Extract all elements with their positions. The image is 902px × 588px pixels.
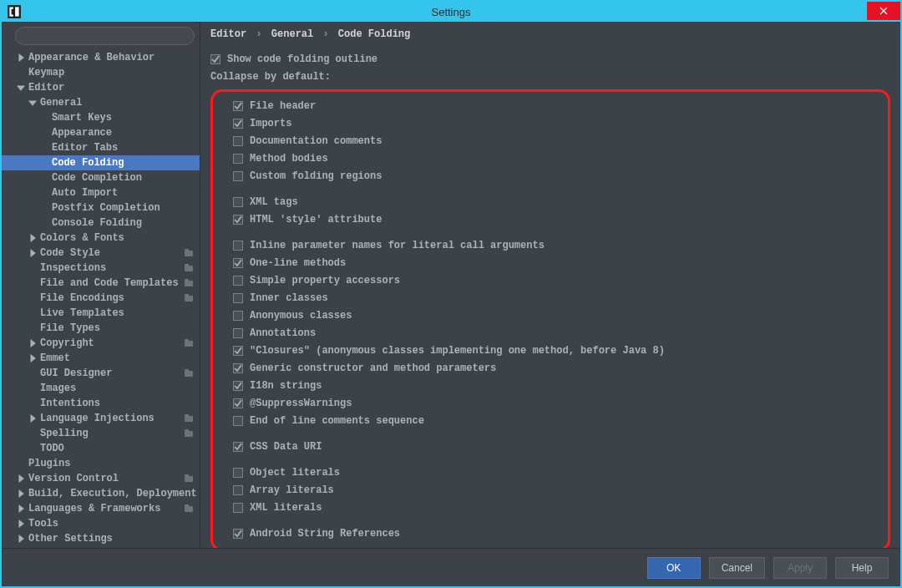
folding-option-row[interactable]: Android String References xyxy=(218,525,879,542)
tree-item[interactable]: Inspections xyxy=(2,261,200,276)
tree-item[interactable]: Plugins xyxy=(2,456,200,471)
tree-item[interactable]: Editor Tabs xyxy=(2,140,200,155)
tree-item[interactable]: Code Completion xyxy=(2,170,200,185)
folding-option-checkbox[interactable] xyxy=(233,154,243,164)
folding-option-row[interactable]: "Closures" (anonymous classes implementi… xyxy=(218,342,879,359)
folding-option-row[interactable]: I18n strings xyxy=(218,377,879,394)
folding-option-checkbox[interactable] xyxy=(233,398,243,408)
folding-option-checkbox[interactable] xyxy=(233,381,243,391)
cancel-button[interactable]: Cancel xyxy=(709,557,765,579)
chevron-right-icon[interactable] xyxy=(28,234,37,242)
tree-item[interactable]: Other Settings xyxy=(2,531,200,546)
tree-item[interactable]: Images xyxy=(2,381,200,396)
folding-option-checkbox[interactable] xyxy=(233,503,243,513)
tree-item[interactable]: Tools xyxy=(2,516,200,531)
folding-option-checkbox[interactable] xyxy=(233,276,243,286)
help-button[interactable]: Help xyxy=(835,557,889,579)
folding-option-checkbox[interactable] xyxy=(233,442,243,452)
tree-item[interactable]: Code Folding xyxy=(2,155,200,170)
chevron-right-icon[interactable] xyxy=(17,535,25,543)
tree-item[interactable]: File and Code Templates xyxy=(2,276,200,291)
folding-option-row[interactable]: Custom folding regions xyxy=(218,167,879,185)
folding-option-checkbox[interactable] xyxy=(233,293,243,303)
folding-option-row[interactable]: Generic constructor and method parameter… xyxy=(218,359,879,377)
chevron-down-icon[interactable] xyxy=(17,84,25,92)
folding-option-row[interactable]: Imports xyxy=(218,114,879,132)
close-button[interactable] xyxy=(867,2,900,20)
folding-option-row[interactable]: XML literals xyxy=(218,499,879,516)
folding-option-checkbox[interactable] xyxy=(233,101,243,111)
chevron-right-icon[interactable] xyxy=(28,249,37,257)
folding-option-checkbox[interactable] xyxy=(233,363,243,373)
tree-item[interactable]: Language Injections xyxy=(2,411,200,426)
folding-option-checkbox[interactable] xyxy=(233,171,243,181)
tree-item[interactable]: Code Style xyxy=(2,246,200,261)
tree-item[interactable]: File Encodings xyxy=(2,291,200,306)
folding-option-row[interactable]: HTML 'style' attribute xyxy=(218,210,879,228)
folding-option-checkbox[interactable] xyxy=(233,119,243,129)
chevron-down-icon[interactable] xyxy=(28,99,37,107)
chevron-right-icon[interactable] xyxy=(17,474,25,483)
chevron-right-icon[interactable] xyxy=(17,489,25,498)
tree-item[interactable]: Languages & Frameworks xyxy=(2,501,200,516)
folding-option-checkbox[interactable] xyxy=(233,258,243,268)
folding-option-checkbox[interactable] xyxy=(233,529,243,539)
folding-option-checkbox[interactable] xyxy=(233,468,243,478)
search-input[interactable] xyxy=(15,27,195,45)
folding-option-checkbox[interactable] xyxy=(233,136,243,146)
ok-button[interactable]: OK xyxy=(647,557,701,579)
tree-item[interactable]: Copyright xyxy=(2,336,200,351)
chevron-right-icon[interactable] xyxy=(17,53,25,62)
folding-option-row[interactable]: Anonymous classes xyxy=(218,307,879,324)
folding-option-row[interactable]: Array literals xyxy=(218,481,879,499)
tree-item[interactable]: Spelling xyxy=(2,426,200,441)
chevron-right-icon[interactable] xyxy=(17,520,25,528)
tree-item[interactable]: Console Folding xyxy=(2,215,200,231)
folding-option-checkbox[interactable] xyxy=(233,311,243,321)
tree-item[interactable]: Keymap xyxy=(2,65,200,80)
tree-item[interactable]: General xyxy=(2,95,200,110)
chevron-right-icon[interactable] xyxy=(28,354,37,362)
tree-item[interactable]: Intentions xyxy=(2,396,200,411)
show-outline-checkbox[interactable] xyxy=(210,54,220,64)
folding-option-checkbox[interactable] xyxy=(233,346,243,356)
folding-option-row[interactable]: Simple property accessors xyxy=(218,271,879,289)
chevron-right-icon[interactable] xyxy=(17,504,25,513)
tree-item[interactable]: TODO xyxy=(2,441,200,456)
folding-option-checkbox[interactable] xyxy=(233,197,243,207)
tree-item[interactable]: Version Control xyxy=(2,471,200,486)
folding-option-row[interactable]: Annotations xyxy=(218,324,879,342)
folding-option-row[interactable]: Inline parameter names for literal call … xyxy=(218,236,879,254)
tree-item[interactable]: Emmet xyxy=(2,351,200,366)
chevron-right-icon[interactable] xyxy=(28,414,37,423)
tree-item[interactable]: Appearance xyxy=(2,125,200,140)
tree-item[interactable]: Editor xyxy=(2,80,200,95)
tree-item[interactable]: Postfix Completion xyxy=(2,200,200,215)
chevron-right-icon[interactable] xyxy=(28,339,37,347)
folding-option-checkbox[interactable] xyxy=(233,416,243,426)
tree-item[interactable]: Live Templates xyxy=(2,306,200,321)
folding-option-checkbox[interactable] xyxy=(233,328,243,338)
folding-option-row[interactable]: File header xyxy=(218,97,879,114)
tree-item[interactable]: Smart Keys xyxy=(2,110,200,125)
folding-option-checkbox[interactable] xyxy=(233,215,243,225)
tree-item[interactable]: Auto Import xyxy=(2,185,200,200)
folding-option-row[interactable]: @SuppressWarnings xyxy=(218,394,879,412)
apply-button[interactable]: Apply xyxy=(773,557,827,579)
folding-option-checkbox[interactable] xyxy=(233,241,243,251)
folding-option-row[interactable]: Documentation comments xyxy=(218,132,879,150)
folding-option-row[interactable]: Object literals xyxy=(218,464,879,481)
show-outline-row[interactable]: Show code folding outline xyxy=(210,50,890,68)
tree-item[interactable]: File Types xyxy=(2,321,200,336)
tree-item[interactable]: Build, Execution, Deployment xyxy=(2,486,200,501)
settings-tree[interactable]: Appearance & BehaviorKeymapEditorGeneral… xyxy=(2,48,200,548)
folding-option-checkbox[interactable] xyxy=(233,485,243,495)
folding-option-row[interactable]: CSS Data URI xyxy=(218,438,879,455)
tree-item[interactable]: GUI Designer xyxy=(2,366,200,381)
folding-option-row[interactable]: Method bodies xyxy=(218,150,879,167)
tree-item[interactable]: Appearance & Behavior xyxy=(2,50,200,65)
folding-option-row[interactable]: Inner classes xyxy=(218,289,879,307)
folding-option-row[interactable]: XML tags xyxy=(218,193,879,210)
folding-option-row[interactable]: One-line methods xyxy=(218,254,879,271)
tree-item[interactable]: Colors & Fonts xyxy=(2,231,200,246)
